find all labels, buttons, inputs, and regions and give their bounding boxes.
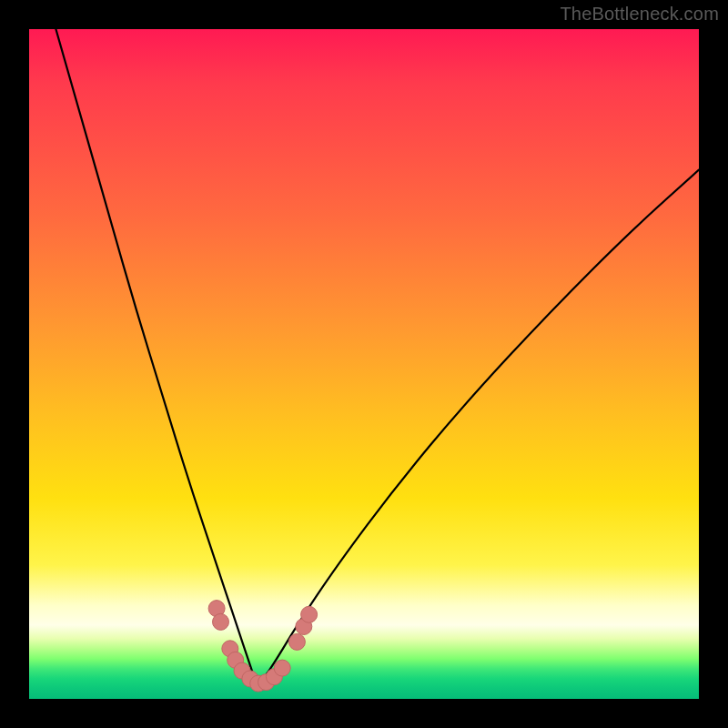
near-minimum-markers <box>208 601 318 693</box>
chart-frame: TheBottleneck.com <box>0 0 728 728</box>
curve-marker <box>213 613 229 630</box>
bottleneck-curve <box>56 29 699 683</box>
curve-marker <box>274 660 290 676</box>
curve-marker <box>288 633 305 650</box>
chart-svg <box>29 29 699 699</box>
plot-area <box>29 29 699 699</box>
curve-marker <box>301 606 318 622</box>
watermark-text: TheBottleneck.com <box>560 4 719 25</box>
